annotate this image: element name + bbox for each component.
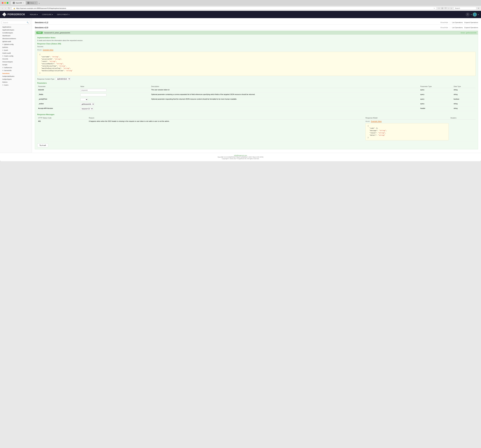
bookmark-icon[interactable]: ☆	[438, 7, 440, 10]
logo-text: FORGEROCK	[8, 13, 25, 16]
sessions-v1-title: Sessions v1.2	[35, 21, 48, 24]
sidebar-item-global-config[interactable]: ⊞ /global-config	[0, 43, 32, 46]
back-button[interactable]: ‹	[1, 7, 4, 10]
browser-search-input[interactable]	[453, 7, 476, 10]
footer-build-info: OpenAM 14.0.0-SNAPSHOT Build 4138b505c7 …	[2, 156, 479, 158]
toolbar-icons: ☆ ⊡ 🛡 ↓ ⌂	[438, 7, 452, 10]
forward-button[interactable]: ›	[5, 7, 7, 10]
refresh-button[interactable]: ↻	[8, 7, 11, 10]
sidebar-item-scripts[interactable]: /scripts	[0, 63, 32, 66]
param-name-action: _action	[38, 103, 44, 105]
tab-label-docs: Docs	[30, 2, 34, 4]
realm-config-expand-icon: ⊞	[2, 55, 3, 57]
example-value-tab-401[interactable]: Example Value	[371, 120, 382, 122]
sidebar-item-sessions[interactable]: /sessions	[0, 72, 32, 75]
sidebar-item-resourcetypes[interactable]: /resourcetypes	[0, 60, 32, 63]
deployment-chevron-icon: ▾	[68, 14, 69, 15]
sidebar-item-tokens[interactable]: /tokens	[0, 81, 32, 83]
sidebar-item-applicationtypes[interactable]: /applicationtypes	[0, 28, 32, 31]
sessions-v2-header: Sessions v2.0 Show/Hide | List Operation…	[35, 25, 478, 30]
sidebar-item-selfservice[interactable]: ⊞ /selfservice	[0, 66, 32, 69]
sidebar-item-policies[interactable]: /policies	[0, 46, 32, 49]
menu-icon[interactable]: ≡	[477, 7, 480, 10]
param-desc-tokenid: The user session token id	[151, 89, 169, 91]
help-button[interactable]: ?	[466, 13, 470, 16]
response-model-tabs-401: Model Example Value	[365, 120, 449, 122]
param-input-tokenid[interactable]	[80, 89, 106, 92]
resp-code-line-5: "detail": "string"	[368, 134, 446, 136]
param-select-api-version[interactable]: resource=2.0	[80, 107, 93, 110]
sidebar-item-realm-audit[interactable]: /realm-audit	[0, 52, 32, 54]
param-datatype-tokenid: string	[454, 89, 458, 91]
home-icon[interactable]: ⌂	[450, 7, 452, 10]
tab-close-docs-icon[interactable]: ✕	[35, 2, 36, 4]
nav-realms[interactable]: REALMS ▾	[28, 13, 40, 16]
nav-configure[interactable]: CONFIGURE ▾	[40, 13, 55, 16]
readinglist-icon[interactable]: ⊡	[441, 7, 443, 10]
param-datatype-fields: string	[454, 94, 458, 95]
col-response-model: Response Model	[365, 116, 450, 119]
col-data-type: Data Type	[453, 85, 476, 88]
sessions-v2-expand-ops[interactable]: Expand Operations	[465, 27, 478, 28]
try-it-out-button[interactable]: Try it out!	[37, 143, 48, 147]
shield-icon[interactable]: 🛡	[444, 7, 447, 10]
param-desc-prettyprint: Optional parameter requesting that the r…	[151, 98, 237, 100]
param-input-fields[interactable]	[80, 94, 106, 96]
resp-code-line-6: }	[368, 136, 446, 139]
status-code-401: 401	[38, 120, 41, 122]
sidebar-item-push[interactable]: ⊞ /push	[0, 49, 32, 52]
user-avatar[interactable]: 👤	[473, 13, 477, 16]
sidebar-item-decisioncombiners[interactable]: /decisioncombiners	[0, 37, 32, 40]
content-type-select[interactable]: application/json	[56, 78, 70, 80]
param-select-action[interactable]: getSessionInfo	[80, 103, 94, 105]
param-desc-fields: Optional parameter containing a comma se…	[151, 94, 255, 95]
sidebar-item-subjectattributes[interactable]: /subjectattributes	[0, 75, 32, 78]
param-select-prettyprint[interactable]: truefalse	[80, 98, 88, 101]
code-line-7: "maxIdleExpirationTime": "string",	[39, 67, 473, 70]
sidebar-item-dashboard[interactable]: /dashboard	[0, 34, 32, 37]
sessions-v2-list-ops[interactable]: List Operations	[452, 27, 463, 28]
tab-openam[interactable]: OpenAM ✕	[11, 1, 26, 5]
sidebar-item-records[interactable]: /records	[0, 57, 32, 60]
close-button[interactable]	[2, 2, 3, 4]
sessions-v2-actions: Show/Hide | List Operations Expand Opera…	[440, 27, 478, 29]
tab-docs[interactable]: Docs ✕	[26, 1, 38, 5]
action-label: Action: getSessionInfo	[461, 32, 476, 34]
sessions-v1-actions: Show/Hide | List Operations Expand Opera…	[440, 22, 478, 23]
sidebar-item-serverinfo[interactable]: ⊞ /serverinfo	[0, 69, 32, 72]
sidebar-item-conditiontypes[interactable]: /conditiontypes	[0, 31, 32, 34]
sidebar-item-realm-config[interactable]: ⊞ /realm-config	[0, 54, 32, 57]
sidebar-item-global-audit[interactable]: /global-audit	[0, 40, 32, 43]
resp-code-line-1: {	[368, 125, 446, 127]
address-bar[interactable]: 🔒 https://openam.example.com:8080/openam…	[11, 7, 437, 10]
minimize-button[interactable]	[4, 2, 6, 4]
sidebar-item-subjecttypes[interactable]: /subjecttypes	[0, 78, 32, 81]
tab-close-icon[interactable]: ✕	[23, 2, 24, 4]
code-line-2: "username": "string",	[39, 56, 473, 58]
sidebar-search-box[interactable]: Search 🔍	[2, 21, 30, 24]
app-wrapper: FORGEROCK REALMS ▾ CONFIGURE ▾ DEPLOYMEN…	[0, 11, 481, 161]
sidebar-item-users[interactable]: ⊞ /users	[0, 83, 32, 86]
param-row-action: _action getSessionInfo query string	[37, 102, 476, 107]
download-icon[interactable]: ↓	[448, 7, 450, 10]
sidebar-search-icon: 🔍	[27, 22, 29, 23]
push-expand-icon: ⊞	[2, 49, 3, 51]
sessions-v1-list-ops[interactable]: List Operations	[452, 22, 463, 23]
nav-deployment[interactable]: DEPLOYMENT ▾	[55, 13, 71, 16]
sessions-v1-show-hide[interactable]: Show/Hide	[440, 22, 448, 23]
expand-icon: ⊞	[2, 44, 3, 45]
sidebar-item-applications[interactable]: /applications	[0, 25, 32, 28]
param-name-tokenid: tokenId	[38, 89, 44, 91]
model-tab-401[interactable]: Model	[365, 120, 370, 122]
new-tab-button[interactable]: +	[38, 2, 41, 5]
maximize-button[interactable]	[7, 2, 8, 4]
response-table: HTTP Status Code Reason Response Model H…	[37, 116, 476, 141]
col-description: Description	[150, 85, 420, 88]
model-tab[interactable]: Model	[37, 49, 42, 51]
sessions-v2-show-hide[interactable]: Show/Hide	[440, 27, 448, 28]
response-header-row: HTTP Status Code Reason Response Model H…	[37, 116, 476, 119]
sessions-v1-expand-ops[interactable]: Expand Operations	[465, 22, 478, 23]
footer-email[interactable]: info@forgerock.com	[234, 155, 247, 156]
example-value-tab[interactable]: Example Value	[43, 49, 53, 51]
code-line-5: "sessionHandle": "string",	[39, 63, 473, 65]
